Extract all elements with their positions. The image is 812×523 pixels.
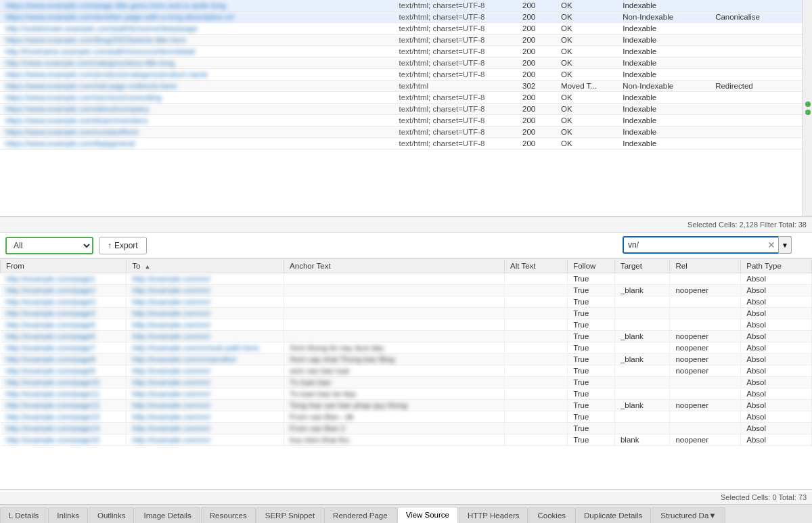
table-row[interactable]: http://example.com/page7http://example.c… xyxy=(1,342,812,354)
table-row[interactable]: https://www.example.com/page-title-goes-… xyxy=(0,0,803,12)
selected-cells-bar: Selected Cells: 2,128 Filter Total: 38 xyxy=(0,217,812,233)
table-row[interactable]: https://www.example.com/contact/form tex… xyxy=(0,127,803,138)
path-type-cell: Absol xyxy=(741,273,812,285)
tab-inlinks[interactable]: Inlinks xyxy=(48,507,88,523)
alt-text-cell xyxy=(505,423,568,434)
export-button[interactable]: ↑ Export xyxy=(99,237,147,254)
table-row[interactable]: http://hostname.example.com/path/resourc… xyxy=(0,46,803,58)
tab-http-headers[interactable]: HTTP Headers xyxy=(459,507,528,523)
side-handle[interactable] xyxy=(803,0,812,216)
tab-bar: L DetailsInlinksOutlinksImage DetailsRes… xyxy=(0,504,812,523)
to-cell: http://example.com/vn/ xyxy=(127,285,284,296)
table-row[interactable]: https://www.example.com/old-page-redirec… xyxy=(0,81,803,92)
table-row[interactable]: http://example.com/page11http://example.… xyxy=(1,388,812,400)
to-cell: http://example.com/vn/ xyxy=(127,365,284,377)
table-row[interactable]: http://example.com/page1http://example.c… xyxy=(1,273,812,285)
target-cell xyxy=(614,342,669,354)
target-cell xyxy=(614,319,669,331)
table-row[interactable]: https://www.example.com/team/members tex… xyxy=(0,115,803,127)
tab-view-source[interactable]: View Source xyxy=(397,507,458,523)
table-row[interactable]: http://subdomain.example.com/path/to/som… xyxy=(0,23,803,35)
anchor-cell: xem van ban luat xyxy=(284,365,505,377)
bottom-status-bar: Selected Cells: 0 Total: 73 xyxy=(0,489,812,504)
url-cell: https://www.example.com/about/company xyxy=(0,104,394,115)
content-type-cell: text/html; charset=UTF-8 xyxy=(394,23,517,35)
path-type-cell: Absol xyxy=(741,296,812,308)
tab-structured-da[interactable]: Structured Da▼ xyxy=(652,507,725,523)
rel-cell xyxy=(670,423,741,434)
content-type-cell: text/html; charset=UTF-8 xyxy=(394,58,517,69)
tab-duplicate-details[interactable]: Duplicate Details xyxy=(575,507,651,523)
tab-rendered-page[interactable]: Rendered Page xyxy=(324,507,397,523)
tab-cookies[interactable]: Cookies xyxy=(528,507,574,523)
content-type-cell: text/html; charset=UTF-8 xyxy=(394,35,517,46)
canonical-cell xyxy=(710,104,803,115)
to-cell: http://example.com/vn/ xyxy=(127,308,284,319)
follow-cell: True xyxy=(568,296,615,308)
follow-cell: True xyxy=(568,354,615,365)
bottom-table-wrapper[interactable]: FromTo ▲Anchor TextAlt TextFollowTargetR… xyxy=(0,258,812,489)
table-row[interactable]: http://example.com/page14http://example.… xyxy=(1,423,812,434)
table-row[interactable]: https://www.example.com/services/consult… xyxy=(0,92,803,104)
col-header-anchor-text[interactable]: Anchor Text xyxy=(284,259,505,273)
export-label: Export xyxy=(114,241,138,250)
table-row[interactable]: https://www.example.com/another-page-wit… xyxy=(0,12,803,23)
indexable-cell: Indexable xyxy=(617,35,710,46)
table-row[interactable]: http://news.example.com/category/story-t… xyxy=(0,58,803,69)
content-type-cell: text/html; charset=UTF-8 xyxy=(394,127,517,138)
path-type-cell: Absol xyxy=(741,308,812,319)
table-row[interactable]: http://example.com/page3http://example.c… xyxy=(1,296,812,308)
alt-text-cell xyxy=(505,285,568,296)
tab-serp-snippet[interactable]: SERP Snippet xyxy=(256,507,323,523)
anchor-cell xyxy=(284,331,505,342)
table-row[interactable]: https://www.example.com/blog/2023/articl… xyxy=(0,35,803,46)
from-cell: http://example.com/page5 xyxy=(1,319,127,331)
col-header-path-type[interactable]: Path Type xyxy=(741,259,812,273)
col-header-from[interactable]: From xyxy=(1,259,127,273)
table-row[interactable]: https://www.example.com/products/categor… xyxy=(0,69,803,81)
col-header-alt-text[interactable]: Alt Text xyxy=(505,259,568,273)
canonical-cell: Redirected xyxy=(710,81,803,92)
table-row[interactable]: http://example.com/page13http://example.… xyxy=(1,411,812,423)
anchor-cell: huu trien khai thu xyxy=(284,434,505,446)
tab-resources[interactable]: Resources xyxy=(201,507,256,523)
tab-l-details[interactable]: L Details xyxy=(0,507,47,523)
alt-text-cell xyxy=(505,331,568,342)
canonical-cell xyxy=(710,23,803,35)
table-row[interactable]: https://www.example.com/about/company te… xyxy=(0,104,803,115)
status-code-cell: 200 xyxy=(517,0,556,12)
table-row[interactable]: http://example.com/page15http://example.… xyxy=(1,434,812,446)
indexable-cell: Indexable xyxy=(617,46,710,58)
search-input[interactable] xyxy=(623,236,792,254)
search-dropdown-icon[interactable]: ▼ xyxy=(778,236,792,254)
table-row[interactable]: https://www.example.com/faq/general text… xyxy=(0,138,803,150)
table-row[interactable]: http://example.com/page6http://example.c… xyxy=(1,331,812,342)
anchor-cell: Tu tuan bao ke tiep xyxy=(284,388,505,400)
col-header-rel[interactable]: Rel xyxy=(670,259,741,273)
table-row[interactable]: http://example.com/page9http://example.c… xyxy=(1,365,812,377)
col-header-target[interactable]: Target xyxy=(614,259,669,273)
status-text-cell: OK xyxy=(556,0,617,12)
canonical-cell: Canonicalise xyxy=(710,12,803,23)
follow-cell: True xyxy=(568,273,615,285)
table-row[interactable]: http://example.com/page10http://example.… xyxy=(1,377,812,388)
content-type-cell: text/html; charset=UTF-8 xyxy=(394,104,517,115)
alt-text-cell xyxy=(505,411,568,423)
table-row[interactable]: http://example.com/page5http://example.c… xyxy=(1,319,812,331)
col-header-to[interactable]: To ▲ xyxy=(127,259,284,273)
anchor-cell: From van Ban - dk xyxy=(284,411,505,423)
search-clear-icon[interactable]: ✕ xyxy=(767,240,775,250)
table-row[interactable]: http://example.com/page8http://example.c… xyxy=(1,354,812,365)
to-cell: http://example.com/vn/sub-path-here xyxy=(127,342,284,354)
url-cell: https://www.example.com/services/consult… xyxy=(0,92,394,104)
table-row[interactable]: http://example.com/page2http://example.c… xyxy=(1,285,812,296)
tab-image-details[interactable]: Image Details xyxy=(135,507,200,523)
tab-outlinks[interactable]: Outlinks xyxy=(89,507,135,523)
anchor-cell: From van Ban 2 xyxy=(284,423,505,434)
canonical-cell xyxy=(710,115,803,127)
filter-select[interactable]: AllFollowNoFollowSponsoredUGC xyxy=(5,237,93,254)
indexable-cell: Indexable xyxy=(617,127,710,138)
table-row[interactable]: http://example.com/page12http://example.… xyxy=(1,400,812,411)
table-row[interactable]: http://example.com/page4http://example.c… xyxy=(1,308,812,319)
col-header-follow[interactable]: Follow xyxy=(568,259,615,273)
